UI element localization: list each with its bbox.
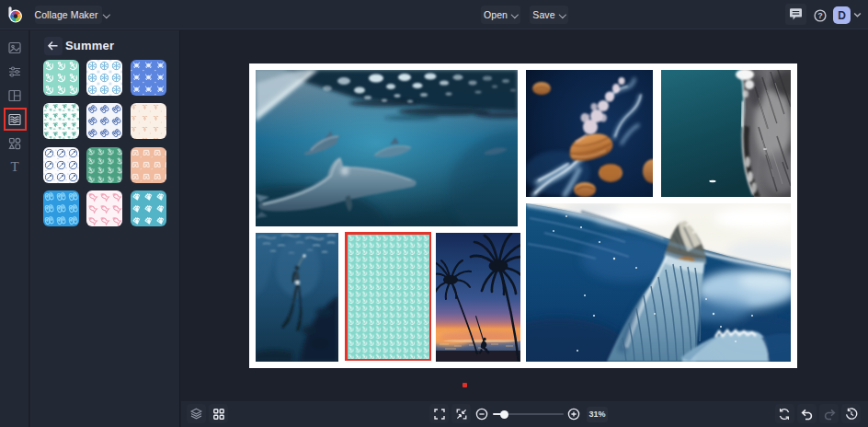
svg-text:?: ? [817, 11, 823, 20]
